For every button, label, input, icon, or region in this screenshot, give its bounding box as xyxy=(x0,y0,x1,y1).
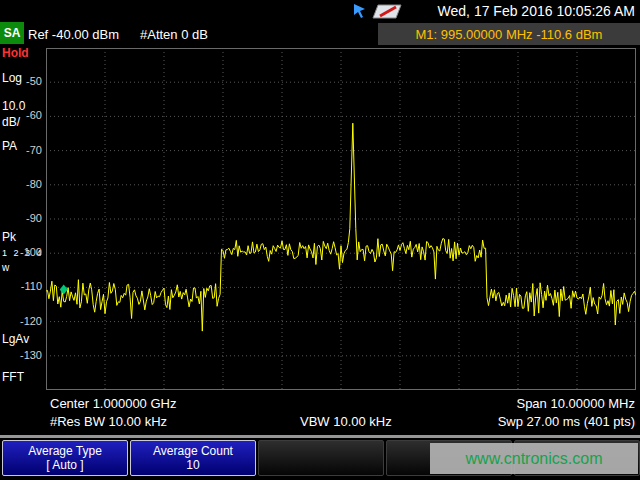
annunciator-trace-w: w xyxy=(2,262,9,273)
datetime-label: Wed, 17 Feb 2016 10:05:26 AM xyxy=(438,3,635,19)
footer-sweep: Swp 27.00 ms (401 pts) xyxy=(498,414,635,429)
footer-center-freq: Center 1.000000 GHz xyxy=(50,396,176,411)
plot-area xyxy=(46,48,636,390)
annunciator-hold: Hold xyxy=(2,46,29,60)
softkey-average-count[interactable]: Average Count 10 xyxy=(130,440,256,476)
y-axis-tick-label: -100 xyxy=(0,246,42,259)
y-axis-tick-label: -50 xyxy=(0,75,42,88)
softkey-separator xyxy=(0,435,640,438)
footer-rbw: #Res BW 10.00 kHz xyxy=(50,414,167,429)
y-axis-tick-label: -130 xyxy=(0,349,42,362)
watermark-text: www.cntronics.com xyxy=(466,450,603,468)
y-axis-tick-label: -60 xyxy=(0,109,42,122)
footer-vbw: VBW 10.00 kHz xyxy=(300,414,392,429)
y-axis-tick-label: -70 xyxy=(0,144,42,157)
annunciator-fft: FFT xyxy=(2,370,24,384)
top-bar: Wed, 17 Feb 2016 10:05:26 AM xyxy=(0,0,640,22)
annunciator-pk: Pk xyxy=(2,230,16,244)
y-axis-tick-label: -110 xyxy=(0,280,42,293)
marker-readout-label: M1: 995.00000 MHz -110.6 dBm xyxy=(416,27,603,42)
annunciator-lgav: LgAv xyxy=(2,332,29,346)
softkey-label: Average Count xyxy=(153,444,233,458)
screen-capture-icon xyxy=(372,4,402,19)
softkey-average-type[interactable]: Average Type [ Auto ] xyxy=(2,440,128,476)
watermark: www.cntronics.com xyxy=(430,443,638,474)
mode-tab-sa: SA xyxy=(0,22,24,44)
y-axis-tick-label: -90 xyxy=(0,212,42,225)
cursor-arrow-icon xyxy=(352,3,368,19)
spectrum-trace xyxy=(46,123,636,331)
y-axis-tick-label: -80 xyxy=(0,178,42,191)
atten-label: #Atten 0 dB xyxy=(140,27,208,42)
marker-m1-diamond[interactable] xyxy=(60,284,68,294)
softkey-value: 10 xyxy=(186,458,199,472)
softkey-label: Average Type xyxy=(28,444,102,458)
footer-span: Span 10.00000 MHz xyxy=(516,396,635,411)
plot-svg xyxy=(46,48,636,390)
y-axis-tick-label: -120 xyxy=(0,315,42,328)
softkey-blank-3[interactable] xyxy=(258,440,384,476)
graticule-grid xyxy=(46,48,636,390)
ref-level-label: Ref -40.00 dBm xyxy=(28,27,119,42)
marker-readout-bar: M1: 995.00000 MHz -110.6 dBm xyxy=(378,23,640,45)
spectrum-analyzer-screen: Wed, 17 Feb 2016 10:05:26 AM SA Ref -40.… xyxy=(0,0,640,480)
softkey-value: [ Auto ] xyxy=(46,458,83,472)
